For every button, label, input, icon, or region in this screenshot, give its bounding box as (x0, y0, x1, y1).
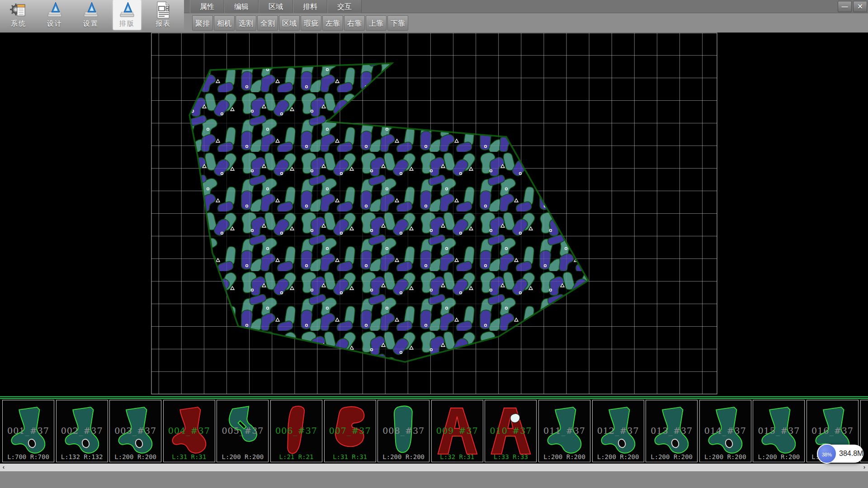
menu-tab-1[interactable]: 属性 (190, 0, 224, 13)
part-lr-count: L:31 R:31 (325, 453, 376, 460)
menu-tab-5[interactable]: 交互 (327, 0, 362, 13)
scroll-left-icon[interactable]: ‹ (0, 464, 7, 471)
nesting-canvas[interactable] (0, 33, 868, 394)
thumbnail-part-004_#37[interactable]: 004_#37L:31 R:31 (163, 400, 215, 462)
nav-button-system[interactable]: 系统 (5, 0, 33, 30)
nav-button-report[interactable]: 报表 (149, 0, 177, 30)
tool-button-5[interactable]: 区域 (279, 15, 300, 31)
nav-button-label: 设置 (77, 19, 105, 28)
tool-button-4[interactable]: 全割 (257, 15, 278, 31)
strip-green-line (0, 398, 868, 399)
part-lr-count: L:200 R:200 (539, 453, 590, 460)
part-id-label: 007_#37 (325, 426, 376, 436)
part-id-label: 013_#37 (646, 426, 697, 436)
thumbnail-part-008_#37[interactable]: 008_#37L:200 R:200 (377, 400, 429, 462)
tool-button-row: 聚排相机选割全割区域瑕疵左靠右靠上靠下靠 (184, 14, 868, 33)
thumbnail-part-005_#37[interactable]: 005_#37L:200 R:200 (217, 400, 269, 462)
menu-tab-4[interactable]: 排料 (293, 0, 327, 13)
thumbnail-part-007_#37[interactable]: 007_#37L:31 R:31 (324, 400, 376, 462)
ruler-icon (82, 1, 100, 19)
menu-row: 属性编辑区域排料交互 — ✕ (184, 0, 868, 13)
part-lr-count: L:132 R:132 (57, 453, 108, 460)
part-id-label: 005_#37 (217, 426, 268, 436)
system-icon (9, 1, 28, 19)
part-id-label: 015_#37 (753, 426, 804, 436)
part-id-label: 006_#37 (271, 426, 322, 436)
part-id-label: 014_#37 (700, 426, 751, 436)
tool-button-6[interactable]: 瑕疵 (301, 15, 321, 31)
grid-overlay (151, 33, 717, 394)
thumbnail-part-014_#37[interactable]: 014_#37L:200 R:200 (699, 400, 751, 462)
part-lr-count: L:21 R:21 (271, 453, 322, 460)
tool-buttons: 聚排相机选割全割区域瑕疵左靠右靠上靠下靠 (192, 15, 409, 31)
part-id-label: 016_#37 (807, 426, 858, 436)
menu-tab-3[interactable]: 区域 (259, 0, 293, 13)
nav-button-settings[interactable]: 设置 (77, 0, 105, 30)
thumbnail-part-011_#37[interactable]: 011_#37L:200 R:200 (538, 400, 590, 462)
tool-button-9[interactable]: 上靠 (366, 15, 387, 31)
thumbnail-part-013_#37[interactable]: 013_#37L:200 R:200 (646, 400, 698, 462)
tool-button-1[interactable]: 聚排 (192, 15, 213, 31)
ruler-icon (118, 1, 136, 19)
part-lr-count: L:200 R:200 (593, 453, 644, 460)
memory-used-value: 384.8M (839, 445, 863, 463)
part-lr-count: L:200 R:200 (378, 453, 429, 460)
thumbnail-part-002_#37[interactable]: 002_#37L:132 R:132 (56, 400, 108, 462)
nav-button-label: 报表 (149, 19, 177, 28)
memory-percent-badge: 38% (817, 444, 837, 464)
tool-button-8[interactable]: 右靠 (344, 15, 365, 31)
thumbnail-part-009_#37[interactable]: 009_#37L:32 R:31 (431, 400, 483, 462)
tool-button-10[interactable]: 下靠 (387, 15, 408, 31)
tool-button-7[interactable]: 左靠 (322, 15, 343, 31)
strip-green-line (0, 396, 868, 397)
part-lr-count: L:33 R:33 (485, 453, 536, 460)
part-id-label: 002_#37 (57, 426, 108, 436)
nav-button-layout[interactable]: 排版 (113, 0, 141, 30)
part-lr-count: L:200 R:200 (753, 453, 804, 460)
app-window: 系统设计设置排版报表 属性编辑区域排料交互 — ✕ 聚排相机选割全割区域瑕疵左靠… (0, 0, 868, 488)
nav-button-label: 系统 (5, 19, 33, 28)
bottom-status-bar (0, 471, 868, 488)
nav-icon-bar: 系统设计设置排版报表 (0, 0, 184, 33)
minimize-button[interactable]: — (838, 1, 852, 12)
part-id-label: 004_#37 (164, 426, 215, 436)
thumbnail-part-015_#37[interactable]: 015_#37L:200 R:200 (753, 400, 805, 462)
thumbnail-part-012_#37[interactable]: 012_#37L:200 R:200 (592, 400, 644, 462)
parts-thumbnail-strip: 001_#37L:700 R:700002_#37L:132 R:132003_… (0, 394, 868, 464)
nesting-view[interactable] (0, 33, 868, 394)
part-lr-count: L:200 R:200 (700, 453, 751, 460)
memory-badge: 38% 384.8M (820, 445, 863, 463)
thumbnail-part-001_#37[interactable]: 001_#37L:700 R:700 (2, 400, 54, 462)
part-lr-count: L:200 R:200 (217, 453, 268, 460)
nav-button-label: 排版 (113, 19, 141, 28)
nav-button-design[interactable]: 设计 (41, 0, 69, 30)
ruler-icon (46, 1, 64, 19)
horizontal-scrollbar[interactable]: ‹ › (0, 464, 868, 471)
menu-tab-2[interactable]: 编辑 (224, 0, 259, 13)
part-lr-count: L:700 R:700 (3, 453, 54, 460)
part-id-label: 012_#37 (593, 426, 644, 436)
scroll-right-icon[interactable]: › (861, 464, 868, 471)
tool-button-3[interactable]: 选割 (236, 15, 256, 31)
close-button[interactable]: ✕ (853, 1, 867, 12)
part-id-label: 001_#37 (3, 426, 54, 436)
part-id-label: 009_#37 (432, 426, 483, 436)
part-id-label: 003_#37 (110, 426, 161, 436)
tool-button-2[interactable]: 相机 (214, 15, 235, 31)
thumbnail-part-010_#37[interactable]: 010_#37L:33 R:33 (485, 400, 537, 462)
top-toolbar: 系统设计设置排版报表 属性编辑区域排料交互 — ✕ 聚排相机选割全割区域瑕疵左靠… (0, 0, 868, 33)
report-icon (154, 1, 172, 19)
part-lr-count: L:200 R:200 (646, 453, 697, 460)
thumbnail-part-003_#37[interactable]: 003_#37L:200 R:200 (109, 400, 161, 462)
menu-tabs: 属性编辑区域排料交互 (190, 0, 362, 13)
part-id-label: 008_#37 (378, 426, 429, 436)
part-id-label: 010_#37 (485, 426, 536, 436)
part-lr-count: L:32 R:31 (432, 453, 483, 460)
part-lr-count: L:31 R:31 (164, 453, 215, 460)
nav-button-label: 设计 (41, 19, 69, 28)
part-lr-count: L:200 R:200 (110, 453, 161, 460)
part-shape (864, 402, 868, 459)
part-id-label: 011_#37 (539, 426, 590, 436)
thumbnail-part-006_#37[interactable]: 006_#37L:21 R:21 (270, 400, 322, 462)
